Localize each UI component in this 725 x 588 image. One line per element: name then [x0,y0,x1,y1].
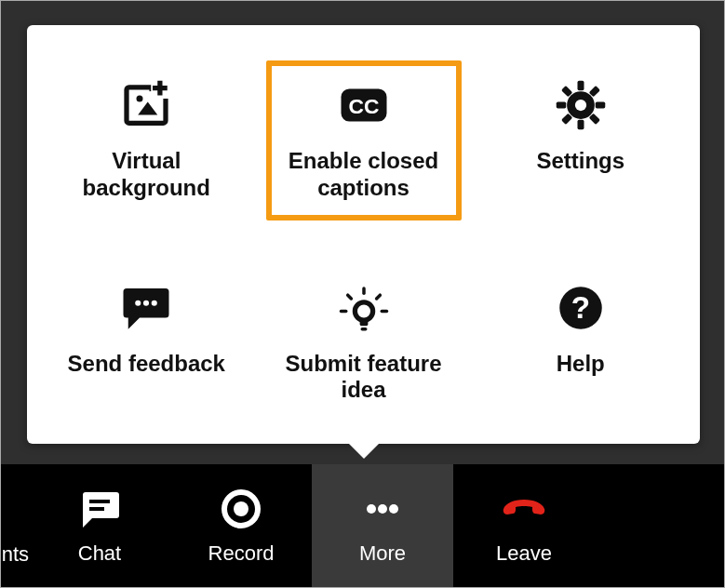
toolbar-item-label: Chat [78,541,121,566]
app-stage: Virtual background CC Enable closed capt… [0,0,725,588]
virtual-background-option[interactable]: Virtual background [48,60,244,220]
bottom-toolbar: nts Chat Record [1,464,724,587]
record-button[interactable]: Record [170,464,312,587]
svg-rect-26 [360,327,367,331]
menu-item-label: Submit feature idea [275,351,452,405]
svg-point-21 [135,300,141,305]
record-icon [218,486,264,532]
settings-option[interactable]: Settings [483,60,678,194]
svg-point-37 [234,501,248,516]
svg-rect-8 [153,86,168,90]
svg-rect-35 [89,507,104,511]
menu-item-label: Settings [536,148,624,175]
svg-point-38 [367,504,376,514]
leave-button[interactable]: Leave [453,464,595,587]
svg-point-23 [152,300,157,305]
toolbar-item-label: Record [208,541,275,566]
svg-point-24 [355,301,372,319]
menu-item-label: Enable closed captions [275,148,452,202]
toolbar-partial-item: nts [1,464,29,587]
svg-rect-31 [339,309,347,313]
svg-text:?: ? [571,289,590,324]
menu-item-label: Virtual background [58,148,235,202]
menu-item-label: Help [557,351,605,378]
svg-rect-27 [362,287,366,295]
svg-point-2 [137,96,143,102]
svg-rect-28 [374,292,383,301]
gear-icon [551,75,611,135]
submit-feature-idea-option[interactable]: Submit feature idea [266,263,462,423]
help-option[interactable]: ? Help [483,263,678,396]
more-button[interactable]: More [312,464,453,587]
svg-point-40 [389,504,398,514]
hangup-icon [501,486,547,532]
svg-rect-14 [596,102,606,109]
closed-captions-icon: CC [334,75,394,135]
svg-point-39 [378,504,387,514]
chat-button[interactable]: Chat [29,464,170,587]
more-menu-popover: Virtual background CC Enable closed capt… [27,25,700,444]
svg-text:CC: CC [348,94,379,118]
feedback-icon [116,278,176,338]
partial-label: nts [2,542,29,567]
enable-closed-captions-option[interactable]: CC Enable closed captions [266,60,462,220]
svg-rect-13 [557,102,567,109]
toolbar-item-label: Leave [496,541,552,566]
svg-rect-34 [89,500,110,503]
svg-rect-11 [577,81,584,91]
lightbulb-icon [334,278,394,338]
svg-point-22 [143,300,149,305]
svg-marker-1 [139,102,158,115]
chat-icon [76,486,123,532]
menu-item-label: Send feedback [68,351,225,378]
toolbar-item-label: More [359,541,406,566]
menu-row: Send feedback Submit feature idea [27,263,700,423]
svg-rect-12 [577,120,584,130]
more-icon [359,486,406,532]
svg-rect-25 [359,319,368,326]
svg-point-20 [575,100,586,111]
svg-rect-29 [345,292,354,301]
send-feedback-option[interactable]: Send feedback [48,263,244,396]
svg-rect-30 [380,309,388,313]
image-icon [116,75,176,135]
menu-row: Virtual background CC Enable closed capt… [27,60,700,220]
help-icon: ? [551,278,611,338]
